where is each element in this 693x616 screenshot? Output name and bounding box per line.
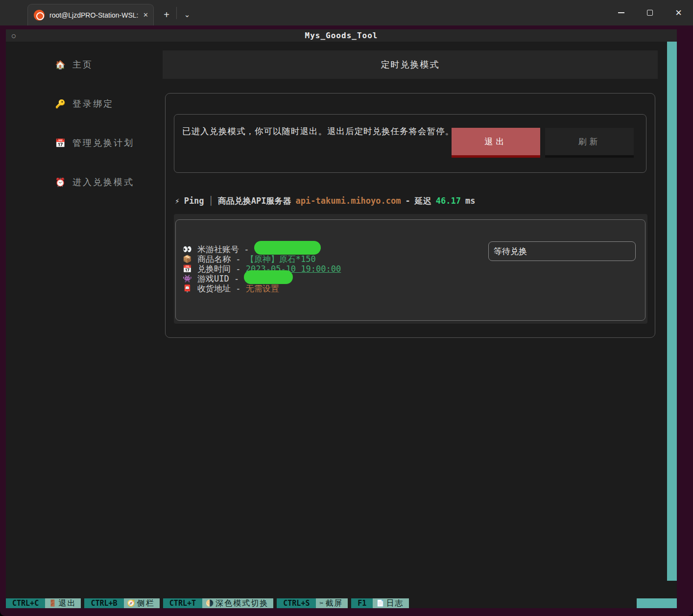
key-label: CTRL+T <box>163 598 202 608</box>
footer-keybindings: CTRL+C 🚪退出 CTRL+B 🧭侧栏 CTRL+T 🌗深色模式切换 CTR… <box>6 598 677 608</box>
sidebar-item-login[interactable]: 🔑 登录绑定 <box>55 96 114 111</box>
plan-row-separator: - <box>244 244 249 254</box>
plan-row-address: 📮收货地址 - 无需设置 <box>183 284 279 293</box>
plan-row-game-uid: 👾游戏UID - <box>183 274 293 284</box>
notice-box: 已进入兑换模式，你可以随时退出。退出后定时兑换任务将会暂停。 退出 刷新 <box>174 114 646 173</box>
sidebar-item-home[interactable]: 🏠 主页 <box>55 57 93 72</box>
maximize-button[interactable] <box>638 0 661 25</box>
sidebar-item-exchange-mode[interactable]: ⏰ 进入兑换模式 <box>55 175 134 190</box>
alien-monster-icon: 👾 <box>183 274 197 283</box>
binding-label: 侧栏 <box>137 598 155 608</box>
door-icon: 🚪 <box>48 598 56 608</box>
binding-sidebar[interactable]: CTRL+B 🧭侧栏 <box>84 598 159 608</box>
vertical-scrollbar[interactable] <box>667 42 677 581</box>
package-icon: 📦 <box>183 255 197 263</box>
key-icon: 🔑 <box>55 99 66 109</box>
status-badge: 等待兑换 <box>488 241 636 261</box>
binding-label: 深色模式切换 <box>215 598 268 608</box>
refresh-button[interactable]: 刷新 <box>545 128 634 158</box>
close-button[interactable]: ✕ <box>667 0 690 25</box>
postbox-icon: 📮 <box>183 284 197 293</box>
binding-log[interactable]: F1 📄日志 <box>351 598 408 608</box>
sidebar-item-label: 进入兑换模式 <box>72 176 134 188</box>
page-title: 定时兑换模式 <box>163 50 658 79</box>
titlebar-divider <box>176 7 177 19</box>
sidebar-item-manage-plans[interactable]: 📅 管理兑换计划 <box>55 136 134 150</box>
ping-label: Ping <box>184 196 204 206</box>
binding-label: 退出 <box>58 598 76 608</box>
app-content: 🏠 主页 🔑 登录绑定 📅 管理兑换计划 ⏰ 进入兑换模式 定时兑换模式 已进入… <box>6 42 677 608</box>
alarm-clock-icon: ⏰ <box>55 177 66 187</box>
binding-label: 截屏 <box>325 598 343 608</box>
new-tab-button[interactable]: + <box>158 4 175 25</box>
sidebar-item-label: 管理兑换计划 <box>72 137 134 149</box>
plan-row-separator: - <box>236 264 240 274</box>
key-label: CTRL+B <box>84 598 123 608</box>
lightning-icon: ⚡ <box>175 196 180 206</box>
minimize-button[interactable] <box>610 0 633 25</box>
ping-host: api-takumi.mihoyo.com <box>296 196 401 206</box>
binding-screenshot[interactable]: CTRL+S ✂截屏 <box>277 598 348 608</box>
plan-row-account: 👀米游社账号 - <box>183 244 321 254</box>
half-moon-icon: 🌗 <box>206 598 214 608</box>
scissors-icon: ✂ <box>319 598 323 608</box>
key-label: CTRL+S <box>277 598 316 608</box>
plan-row-separator: - <box>234 274 239 284</box>
goods-name-value: 【原神】原石*150 <box>246 254 316 265</box>
redacted-account-value <box>254 241 321 255</box>
calendar-icon: 📅 <box>183 264 197 273</box>
terminal-tab[interactable]: root@LjzdPRO-Station-WSL: / ✕ <box>27 4 154 25</box>
plan-row-goods-name: 📦商品名称 - 【原神】原石*150 <box>183 254 316 264</box>
app-title: Mys_Goods_Tool <box>6 29 677 42</box>
notice-text: 已进入兑换模式，你可以随时退出。退出后定时兑换任务将会暂停。 <box>182 125 459 138</box>
tab-title: root@LjzdPRO-Station-WSL: / <box>49 11 139 19</box>
latency-label: 延迟 <box>415 195 431 207</box>
binding-label: 日志 <box>386 598 404 608</box>
latency-value: 46.17 <box>436 196 461 206</box>
sidebar-item-label: 主页 <box>72 59 93 71</box>
maximize-icon <box>647 10 653 16</box>
ubuntu-logo-icon <box>34 10 45 21</box>
plan-row-label: 收货地址 <box>197 283 231 294</box>
home-icon: 🏠 <box>55 60 66 70</box>
ping-dash: - <box>406 196 410 206</box>
ping-separator: │ <box>209 196 214 206</box>
address-value: 无需设置 <box>246 283 279 294</box>
binding-dark-mode[interactable]: CTRL+T 🌗深色模式切换 <box>163 598 273 608</box>
minimize-icon <box>618 12 624 13</box>
close-icon: ✕ <box>675 8 682 18</box>
eyes-icon: 👀 <box>183 245 197 254</box>
key-label: F1 <box>351 598 373 608</box>
sidebar-item-label: 登录绑定 <box>72 98 114 110</box>
calendar-icon: 📅 <box>55 138 66 148</box>
plan-row-separator: - <box>236 284 240 293</box>
terminal-window: root@LjzdPRO-Station-WSL: / ✕ + ⌄ ✕ ○ My… <box>0 0 693 616</box>
titlebar: root@LjzdPRO-Station-WSL: / ✕ + ⌄ ✕ <box>0 0 693 25</box>
tab-dropdown-button[interactable]: ⌄ <box>177 4 197 25</box>
exchange-plan-card: 👀米游社账号 - 📦商品名称 - 【原神】原石*150 📅兑换时间 - 2023… <box>175 219 645 321</box>
tab-close-icon[interactable]: ✕ <box>143 11 148 19</box>
binding-quit[interactable]: CTRL+C 🚪退出 <box>6 598 81 608</box>
key-label: CTRL+C <box>6 598 45 608</box>
latency-unit: ms <box>465 196 475 206</box>
ping-status-row: ⚡ Ping │ 商品兑换API服务器 api-takumi.mihoyo.co… <box>175 195 479 207</box>
redacted-uid-value <box>244 270 293 284</box>
app-header: ○ Mys_Goods_Tool <box>6 29 677 42</box>
ping-server-label: 商品兑换API服务器 <box>218 195 291 207</box>
plan-row-separator: - <box>236 254 240 264</box>
compass-icon: 🧭 <box>127 598 135 608</box>
exit-button[interactable]: 退出 <box>452 128 540 158</box>
scrollbar-corner <box>637 598 677 608</box>
page-icon: 📄 <box>376 598 384 608</box>
